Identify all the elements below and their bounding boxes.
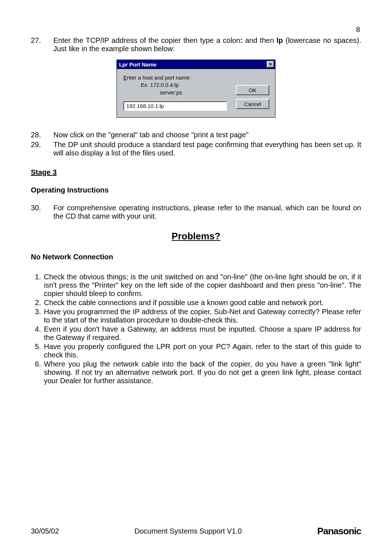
list-item: 6.Where you plug the network cable into … — [31, 360, 361, 385]
item-number: 3. — [31, 308, 44, 324]
operating-instructions-heading: Operating Instructions — [31, 186, 361, 194]
lpr-port-name-dialog: Lpr Port Name ✕ Enter a host and port na… — [117, 60, 275, 118]
footer-date: 30/05/02 — [31, 527, 59, 535]
item-number: 4. — [31, 325, 44, 342]
list-item: 5.Have you properly configured the LPR p… — [31, 343, 361, 359]
list-item: 4.Even if you don't have a Gateway, an a… — [31, 325, 361, 342]
close-icon: ✕ — [269, 62, 272, 66]
footer-center: Document Systems Support V1.0 — [135, 527, 242, 535]
dialog-body: Enter a host and port name: Ex. 172.0.0.… — [117, 69, 275, 117]
step-text: Now click on the "general" tab and choos… — [53, 131, 361, 139]
item-text: Check the cable connections and if possi… — [44, 299, 361, 307]
dialog-title: Lpr Port Name — [119, 61, 156, 68]
label-text: nter a host and port name: — [127, 74, 191, 81]
step-text: For comprehensive operating instructions… — [53, 204, 361, 220]
item-number: 6. — [31, 360, 44, 385]
list-item: 1.Check the obvious things; is the unit … — [31, 273, 361, 298]
step-27: 27. Enter the TCP/IP address of the copi… — [31, 36, 361, 53]
step-28: 28. Now click on the "general" tab and c… — [31, 131, 361, 139]
item-text: Check the obvious things; is the unit sw… — [44, 273, 361, 298]
close-button[interactable]: ✕ — [267, 61, 274, 68]
bold-colon: : — [240, 36, 243, 44]
mnemonic-letter: E — [123, 74, 127, 81]
stage3-heading: Stage 3 — [31, 168, 361, 177]
no-network-connection-heading: No Network Connection — [31, 253, 361, 261]
item-text: Where you plug the network cable into th… — [44, 360, 361, 385]
list-item: 3.Have you programmed the IP address of … — [31, 308, 361, 324]
item-number: 5. — [31, 343, 44, 359]
item-number: 1. — [31, 273, 44, 298]
ok-button[interactable]: OK — [236, 85, 269, 95]
step-number: 30. — [31, 204, 53, 220]
brand-logo: Panasonic — [317, 526, 361, 537]
step-text: Enter the TCP/IP address of the copier t… — [53, 36, 361, 53]
step-29: 29. The DP unit should produce a standar… — [31, 141, 361, 157]
text: and then — [243, 36, 277, 44]
troubleshoot-list: 1.Check the obvious things; is the unit … — [31, 273, 361, 385]
item-number: 2. — [31, 299, 44, 307]
cancel-button[interactable]: Cancel — [236, 99, 269, 109]
step-number: 28. — [31, 131, 53, 139]
example-line-2: server:ps — [123, 89, 182, 96]
bold-lp: lp — [277, 36, 283, 44]
step-number: 29. — [31, 141, 53, 157]
item-text: Even if you don't have a Gateway, an add… — [44, 325, 361, 342]
page-number: 8 — [356, 25, 360, 34]
example-line-1: Ex. 172.0.0.4:lp — [123, 81, 179, 89]
host-port-input[interactable] — [123, 101, 227, 111]
step-text: The DP unit should produce a standard te… — [53, 141, 361, 157]
text: Enter the TCP/IP address of the copier t… — [53, 36, 240, 44]
problems-heading: Problems? — [31, 231, 361, 242]
item-text: Have you properly configured the LPR por… — [44, 343, 361, 359]
list-item: 2.Check the cable connections and if pos… — [31, 299, 361, 307]
step-30: 30. For comprehensive operating instruct… — [31, 204, 361, 220]
item-text: Have you programmed the IP address of th… — [44, 308, 361, 324]
page-footer: 30/05/02 Document Systems Support V1.0 P… — [31, 526, 361, 537]
dialog-titlebar: Lpr Port Name ✕ — [117, 60, 275, 69]
step-number: 27. — [31, 36, 53, 53]
